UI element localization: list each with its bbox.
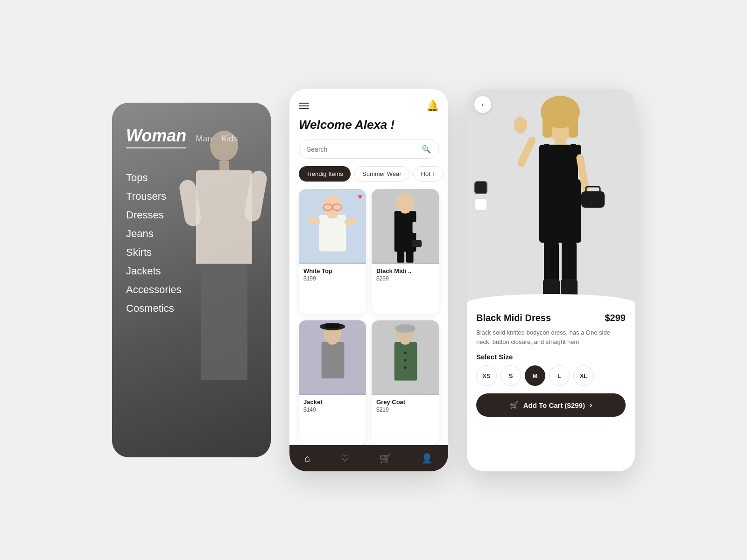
svg-rect-49 bbox=[543, 279, 560, 303]
svg-rect-36 bbox=[569, 110, 578, 138]
notification-bell-icon[interactable]: 🔔 bbox=[426, 100, 439, 112]
tab-woman[interactable]: Woman bbox=[126, 126, 186, 148]
phone2-header: 🔔 bbox=[289, 89, 448, 118]
categories-list: Tops Trousers Dresses Jeans Skirts Jacke… bbox=[126, 172, 257, 315]
svg-rect-14 bbox=[397, 249, 404, 263]
products-grid: ♥ White Top $199 bbox=[289, 189, 448, 445]
product-card-white-top[interactable]: ♥ White Top $199 bbox=[299, 189, 366, 315]
filter-summer[interactable]: Summer Wear bbox=[354, 166, 409, 182]
product-card-jacket[interactable]: ♡ Jacket $149 bbox=[299, 320, 366, 446]
nav-home-icon[interactable]: ⌂ bbox=[304, 453, 310, 464]
hamburger-line bbox=[299, 105, 309, 106]
product-name: Black Midi Dress bbox=[476, 313, 551, 323]
svg-rect-15 bbox=[406, 249, 414, 263]
product-details: Black Midi Dress $299 Black solid knitte… bbox=[467, 303, 635, 471]
svg-rect-38 bbox=[539, 145, 581, 243]
svg-point-28 bbox=[401, 339, 409, 345]
search-input[interactable] bbox=[307, 146, 418, 153]
filter-tabs: Trendig Items Summer Wear Hot T bbox=[289, 166, 448, 189]
phone1-content: Woman Man Kids Tops Trousers Dresses Jea… bbox=[112, 103, 271, 329]
svg-rect-20 bbox=[325, 323, 339, 328]
white-top-name: White Top bbox=[303, 267, 361, 274]
svg-rect-26 bbox=[395, 325, 416, 331]
favorite-black-dress-button[interactable]: ♡ bbox=[429, 193, 435, 202]
phone-product-list: 🔔 Welcome Alexa ! 🔍 Trendig Items Summer… bbox=[289, 89, 448, 471]
category-trousers[interactable]: Trousers bbox=[126, 190, 257, 203]
color-swatches bbox=[474, 181, 487, 211]
product-description: Black solid knitted bodycon dress, has a… bbox=[476, 328, 626, 346]
category-accessories[interactable]: Accessories bbox=[126, 284, 257, 296]
jacket-price: $149 bbox=[303, 406, 361, 413]
nav-profile-icon[interactable]: 👤 bbox=[421, 453, 433, 464]
back-button[interactable]: ‹ bbox=[474, 96, 491, 113]
product-info-jacket: Jacket $149 bbox=[299, 395, 366, 418]
svg-rect-35 bbox=[543, 110, 552, 138]
hamburger-line bbox=[299, 108, 309, 109]
size-s-button[interactable]: S bbox=[500, 365, 521, 386]
svg-rect-12 bbox=[413, 222, 420, 233]
product-info-grey-coat: Grey Coat $219 bbox=[372, 395, 439, 418]
svg-point-3 bbox=[327, 211, 338, 219]
size-xl-button[interactable]: XL bbox=[573, 365, 594, 386]
chevron-right-icon: › bbox=[590, 401, 592, 409]
welcome-message: Welcome Alexa ! bbox=[289, 118, 448, 140]
bottom-navigation: ⌂ ♡ 🛒 👤 bbox=[289, 445, 448, 471]
search-bar[interactable]: 🔍 bbox=[299, 140, 439, 159]
product-price: $299 bbox=[605, 313, 626, 323]
svg-rect-16 bbox=[412, 240, 422, 247]
favorite-white-top-button[interactable]: ♥ bbox=[358, 193, 363, 201]
product-image-white-top: ♥ bbox=[299, 189, 366, 264]
svg-point-31 bbox=[404, 366, 407, 369]
select-size-label: Select Size bbox=[476, 353, 626, 361]
cart-icon: 🛒 bbox=[510, 401, 519, 409]
category-jeans[interactable]: Jeans bbox=[126, 228, 257, 240]
hamburger-line bbox=[299, 103, 309, 104]
phone-product-detail: ‹ ♡ Black Midi Dress $299 Black solid kn… bbox=[467, 89, 635, 471]
category-dresses[interactable]: Dresses bbox=[126, 209, 257, 221]
svg-point-43 bbox=[514, 117, 527, 133]
svg-point-13 bbox=[401, 208, 409, 214]
svg-rect-41 bbox=[571, 144, 576, 158]
color-white-swatch[interactable] bbox=[474, 198, 487, 211]
product-info-white-top: White Top $199 bbox=[299, 264, 366, 287]
product-image-grey-coat: ♡ bbox=[372, 320, 439, 395]
favorite-product-button[interactable]: ♡ bbox=[618, 96, 627, 108]
size-m-button[interactable]: M bbox=[525, 365, 545, 386]
svg-rect-50 bbox=[561, 279, 578, 303]
black-dress-name: Black Midi .. bbox=[376, 267, 434, 274]
category-skirts[interactable]: Skirts bbox=[126, 246, 257, 259]
white-top-price: $199 bbox=[303, 275, 361, 282]
favorite-grey-coat-button[interactable]: ♡ bbox=[429, 324, 435, 333]
size-xs-button[interactable]: XS bbox=[476, 365, 497, 386]
nav-favorites-icon[interactable]: ♡ bbox=[341, 453, 349, 464]
size-selector: XS S M L XL bbox=[476, 365, 626, 386]
tab-man[interactable]: Man bbox=[196, 134, 212, 144]
svg-point-30 bbox=[404, 358, 407, 361]
product-card-black-dress[interactable]: ♡ Black Midi .. $299 bbox=[372, 189, 439, 315]
filter-trending[interactable]: Trendig Items bbox=[299, 166, 351, 182]
product-title-row: Black Midi Dress $299 bbox=[476, 313, 626, 323]
phone-categories: Woman Man Kids Tops Trousers Dresses Jea… bbox=[112, 103, 271, 457]
product-image-jacket: ♡ bbox=[299, 320, 366, 395]
hamburger-menu-icon[interactable] bbox=[299, 103, 309, 109]
grey-coat-name: Grey Coat bbox=[376, 399, 434, 406]
size-l-button[interactable]: L bbox=[549, 365, 570, 386]
filter-hot[interactable]: Hot T bbox=[413, 166, 444, 182]
category-tabs: Woman Man Kids bbox=[126, 126, 257, 148]
jacket-name: Jacket bbox=[303, 399, 361, 406]
nav-cart-icon[interactable]: 🛒 bbox=[380, 453, 391, 464]
category-tops[interactable]: Tops bbox=[126, 172, 257, 184]
product-card-grey-coat[interactable]: ♡ Grey Coat $219 bbox=[372, 320, 439, 446]
category-cosmetics[interactable]: Cosmetics bbox=[126, 302, 257, 315]
tab-kids[interactable]: Kids bbox=[221, 134, 238, 144]
add-to-cart-label: Add To Cart ($299) bbox=[523, 401, 585, 409]
favorite-jacket-button[interactable]: ♡ bbox=[356, 324, 362, 333]
product-hero-image: ‹ ♡ bbox=[467, 89, 635, 303]
svg-rect-2 bbox=[319, 215, 346, 252]
add-to-cart-button[interactable]: 🛒 Add To Cart ($299) › bbox=[476, 393, 626, 417]
color-black-swatch[interactable] bbox=[474, 181, 487, 194]
grey-coat-price: $219 bbox=[376, 406, 434, 413]
product-info-black-dress: Black Midi .. $299 bbox=[372, 264, 439, 287]
category-jackets[interactable]: Jackets bbox=[126, 265, 257, 277]
svg-point-29 bbox=[404, 351, 407, 354]
